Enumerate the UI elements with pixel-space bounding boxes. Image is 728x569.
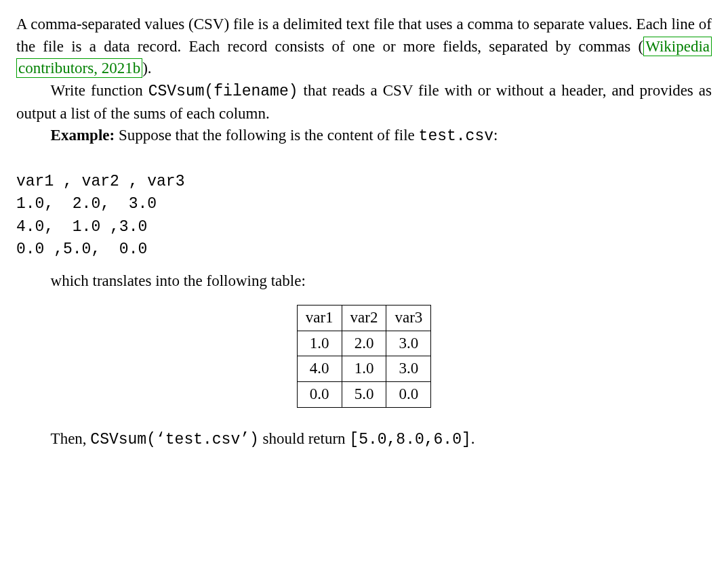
example-paragraph: Example: Suppose that the following is t… [16, 125, 712, 148]
example-filename: test.csv [419, 127, 493, 145]
intro-text-before: A comma-separated values (CSV) file is a… [16, 16, 712, 55]
table-cell: 4.0 [297, 356, 342, 382]
intro-paragraph: A comma-separated values (CSV) file is a… [16, 14, 712, 80]
example-rest: Suppose that the following is the conten… [115, 127, 418, 144]
table-wrapper: var1 var2 var3 1.0 2.0 3.0 4.0 1.0 3.0 0… [16, 305, 712, 408]
example-tail: : [493, 127, 498, 144]
then-tail: . [471, 430, 475, 447]
csv-content-block: var1 , var2 , var3 1.0, 2.0, 3.0 4.0, 1.… [16, 171, 712, 261]
table-cell: 0.0 [386, 381, 431, 407]
table-cell: 5.0 [342, 381, 386, 407]
table-row: 0.0 5.0 0.0 [297, 381, 431, 407]
table-row: 4.0 1.0 3.0 [297, 356, 431, 382]
table-cell: 2.0 [342, 331, 386, 356]
expected-result: [5.0,8.0,6.0] [349, 431, 470, 448]
table-header-cell: var3 [386, 305, 431, 331]
table-row: var1 var2 var3 [297, 305, 431, 331]
table-header-cell: var1 [297, 305, 342, 331]
data-table: var1 var2 var3 1.0 2.0 3.0 4.0 1.0 3.0 0… [297, 305, 432, 408]
then-mid: should return [259, 430, 350, 447]
then-pre: Then, [51, 430, 91, 447]
intro-text-after: ). [142, 60, 151, 77]
example-label: Example: [51, 127, 115, 144]
table-cell: 3.0 [386, 356, 431, 382]
table-cell: 1.0 [297, 331, 342, 356]
task-paragraph: Write function CSVsum(filename) that rea… [16, 80, 712, 125]
task-pre: Write function [51, 82, 148, 99]
conclusion-paragraph: Then, CSVsum(‘test.csv’) should return [… [16, 428, 712, 451]
function-signature: CSVsum(filename) [148, 83, 298, 100]
table-row: 1.0 2.0 3.0 [297, 331, 431, 356]
call-expression: CSVsum(‘test.csv’) [90, 431, 258, 448]
table-cell: 3.0 [386, 331, 431, 356]
table-header-cell: var2 [342, 305, 386, 331]
table-cell: 0.0 [297, 381, 342, 407]
table-cell: 1.0 [342, 356, 386, 382]
translates-paragraph: which translates into the following tabl… [16, 270, 712, 293]
